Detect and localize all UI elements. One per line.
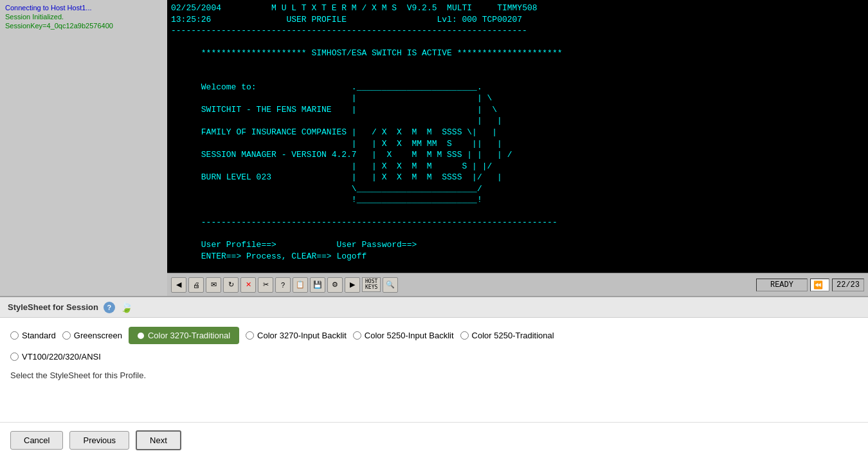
stylesheet-panel: StyleSheet for Session ? 🍃 Standard Gree… xyxy=(0,296,868,458)
sidebar: Connecting to Host Host1... Session Init… xyxy=(0,0,167,296)
option-color5250trad[interactable]: Color 5250-Traditional xyxy=(460,331,554,340)
option-color3270input-label: Color 3270-Input Backlit xyxy=(257,331,347,340)
option-color5250input-label: Color 5250-Input Backlit xyxy=(365,331,454,340)
option-color5250trad-label: Color 5250-Traditional xyxy=(472,331,554,340)
panel-header: StyleSheet for Session ? 🍃 xyxy=(0,297,868,318)
panel-icon: 🍃 xyxy=(120,301,133,313)
toolbar-clipboard-icon[interactable]: 📋 xyxy=(293,277,308,293)
next-button[interactable]: Next xyxy=(136,430,181,450)
active-dot xyxy=(138,333,144,339)
option-standard[interactable]: Standard xyxy=(10,331,56,340)
terminal-level: Lvl: 000 TCP00207 xyxy=(437,15,523,24)
terminal-status: READY xyxy=(756,279,808,291)
instruction-text: Select the StyleSheet for this Profile. xyxy=(0,364,868,387)
toolbar-cut-icon[interactable]: ✂ xyxy=(258,277,273,293)
footer-buttons: Cancel Previous Next xyxy=(0,422,868,458)
terminal-version: V9.2.5 MULTI xyxy=(407,3,472,13)
option-standard-label: Standard xyxy=(22,331,56,340)
option-color3270input[interactable]: Color 3270-Input Backlit xyxy=(246,331,347,340)
panel-title: StyleSheet for Session xyxy=(8,302,98,312)
option-greenscreen-label: Greenscreen xyxy=(74,331,122,340)
previous-button[interactable]: Previous xyxy=(69,431,129,450)
host-keys-button[interactable]: HOSTKEYS xyxy=(362,277,381,293)
terminal-header-date: 02/25/2004 xyxy=(171,3,221,13)
connection-status: Connecting to Host Host1... xyxy=(5,4,162,12)
terminal-wrapper: 02/25/2004 M U L T X T E R M / X M S V9.… xyxy=(167,0,868,296)
toolbar-refresh-icon[interactable]: ↻ xyxy=(223,277,239,293)
radio-standard[interactable] xyxy=(10,331,19,340)
toolbar-settings-icon[interactable]: ⚙ xyxy=(327,277,343,293)
option-color3270trad[interactable]: Color 3270-Traditional xyxy=(129,327,239,344)
toolbar-print-icon[interactable]: 🖨 xyxy=(188,277,204,293)
terminal-toolbar: ◀ 🖨 ✉ ↻ ✕ ✂ ? 📋 💾 ⚙ ▶ HOSTKEYS 🔍 READY ⏪… xyxy=(167,273,868,296)
session-status: Session Initialized. xyxy=(5,13,162,21)
option-vt100[interactable]: VT100/220/320/ANSI xyxy=(10,352,858,362)
toolbar-help-icon[interactable]: ? xyxy=(275,277,291,293)
terminal-app: M U L T X T E R M / X M S xyxy=(271,3,397,13)
radio-greenscreen[interactable] xyxy=(62,331,71,340)
option-greenscreen[interactable]: Greenscreen xyxy=(62,331,122,340)
terminal-input-char[interactable]: ⏪ xyxy=(810,279,829,291)
toolbar-cancel-icon[interactable]: ✕ xyxy=(240,277,256,293)
radio-color3270input[interactable] xyxy=(246,331,254,340)
toolbar-status-area: READY ⏪ 22/23 xyxy=(756,279,864,291)
terminal-screen[interactable]: 02/25/2004 M U L T X T E R M / X M S V9.… xyxy=(167,0,868,273)
radio-vt100[interactable] xyxy=(10,353,19,361)
radio-color5250input[interactable] xyxy=(353,331,361,340)
terminal-profile: USER PROFILE xyxy=(286,15,347,24)
terminal-position: 22/23 xyxy=(832,279,864,291)
radio-color5250trad[interactable] xyxy=(460,331,469,340)
terminal-time: 13:25:26 xyxy=(171,15,211,24)
toolbar-extra-icon[interactable]: 🔍 xyxy=(383,277,398,293)
toolbar-mail-icon[interactable]: ✉ xyxy=(206,277,221,293)
option-vt100-label: VT100/220/320/ANSI xyxy=(22,352,101,362)
session-key: SessionKey=4_0qc12a9b2576400 xyxy=(5,22,162,30)
cancel-button[interactable]: Cancel xyxy=(10,431,63,450)
terminal-user: TIMMY508 xyxy=(497,3,537,13)
toolbar-send-icon[interactable]: ▶ xyxy=(345,277,360,293)
toolbar-back-icon[interactable]: ◀ xyxy=(171,277,186,293)
option-color5250input[interactable]: Color 5250-Input Backlit xyxy=(353,331,454,340)
second-row-options: VT100/220/320/ANSI xyxy=(0,349,868,364)
stylesheet-options: Standard Greenscreen Color 3270-Traditio… xyxy=(0,318,868,349)
option-color3270trad-label: Color 3270-Traditional xyxy=(148,331,230,340)
toolbar-save-icon[interactable]: 💾 xyxy=(310,277,325,293)
help-button[interactable]: ? xyxy=(104,302,115,313)
